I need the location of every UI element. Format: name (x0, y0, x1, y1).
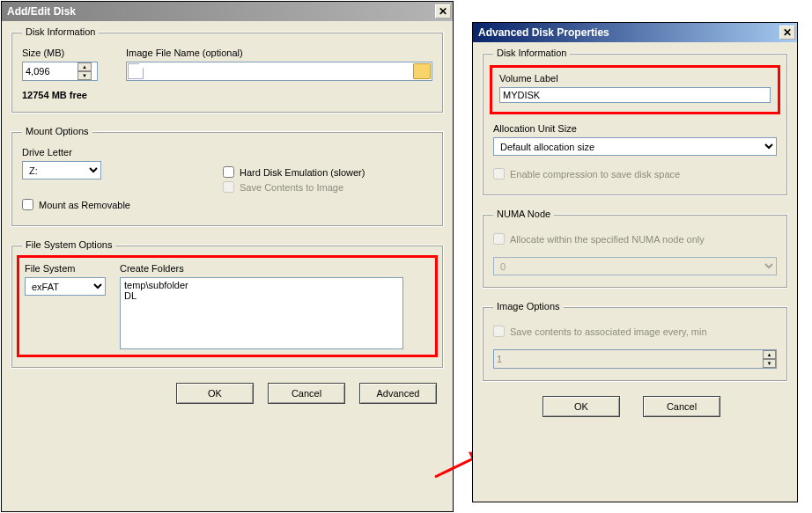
ok-button[interactable]: OK (543, 396, 620, 417)
titlebar: Add/Edit Disk ✕ (2, 2, 453, 21)
disk-information-group: Disk Information Size (MB) ▲ ▼ 12754 MB … (11, 26, 444, 114)
group-legend: Disk Information (22, 26, 99, 37)
group-legend: File System Options (22, 239, 115, 250)
highlight-box: File System exFAT Create Folders temp\su… (17, 255, 438, 357)
add-edit-disk-window: Add/Edit Disk ✕ Disk Information Size (M… (1, 1, 454, 512)
create-folders-label: Create Folders (120, 263, 403, 274)
close-icon[interactable]: ✕ (435, 4, 451, 18)
close-icon[interactable]: ✕ (779, 26, 795, 40)
drive-letter-select[interactable]: Z: (22, 161, 101, 180)
save-interval-input (494, 350, 763, 368)
file-system-label: File System (25, 263, 106, 274)
window-title: Add/Edit Disk (7, 5, 76, 18)
spin-down-icon: ▼ (763, 359, 776, 368)
image-file-input[interactable] (126, 62, 432, 81)
cancel-button[interactable]: Cancel (643, 396, 720, 417)
image-file-label: Image File Name (optional) (126, 48, 432, 58)
size-spinner[interactable]: ▲ ▼ (22, 62, 98, 81)
spin-up-icon: ▲ (763, 350, 776, 359)
drive-letter-label: Drive Letter (22, 147, 207, 158)
numa-node-group: NUMA Node Allocate within the specified … (482, 209, 788, 289)
cancel-button[interactable]: Cancel (268, 383, 345, 404)
mount-removable-checkbox[interactable]: Mount as Removable (22, 199, 207, 210)
allocation-size-select[interactable]: Default allocation size (493, 137, 777, 156)
group-legend: Disk Information (493, 48, 570, 58)
spin-up-icon[interactable]: ▲ (78, 62, 92, 71)
compression-checkbox: Enable compression to save disk space (493, 168, 777, 180)
advanced-button[interactable]: Advanced (359, 383, 437, 404)
file-system-options-group: File System Options File System exFAT Cr… (11, 239, 444, 369)
disk-information-group: Disk Information Volume Label Allocation… (482, 48, 788, 196)
file-system-select[interactable]: exFAT (25, 277, 106, 296)
size-input[interactable] (23, 62, 78, 80)
highlight-box: Volume Label (490, 65, 780, 114)
mount-options-group: Mount Options Drive Letter Z: Mount as R… (11, 126, 444, 227)
size-label: Size (MB) (22, 48, 110, 58)
browse-folder-icon[interactable] (413, 63, 431, 79)
spin-down-icon[interactable]: ▼ (78, 71, 92, 80)
free-space-label: 12754 MB free (22, 90, 110, 100)
group-legend: Image Options (493, 301, 564, 311)
create-folders-textarea[interactable]: temp\subfolder DL (120, 277, 403, 349)
save-interval-checkbox: Save contents to associated image every,… (493, 326, 777, 337)
numa-node-select: 0 (493, 257, 777, 275)
group-legend: Mount Options (22, 126, 92, 136)
volume-label-label: Volume Label (499, 73, 771, 84)
ok-button[interactable]: OK (176, 383, 254, 404)
volume-label-input[interactable] (499, 87, 771, 103)
window-title: Advanced Disk Properties (478, 26, 609, 39)
save-contents-checkbox: Save Contents to Image (223, 181, 432, 193)
allocation-size-label: Allocation Unit Size (493, 123, 777, 134)
file-icon (128, 63, 144, 79)
advanced-disk-properties-window: Advanced Disk Properties ✕ Disk Informat… (472, 22, 798, 502)
image-options-group: Image Options Save contents to associate… (482, 301, 788, 382)
numa-allocate-checkbox: Allocate within the specified NUMA node … (493, 233, 777, 245)
hard-disk-emulation-checkbox[interactable]: Hard Disk Emulation (slower) (223, 166, 432, 178)
save-interval-spinner: ▲ ▼ (493, 349, 777, 369)
titlebar: Advanced Disk Properties ✕ (473, 23, 797, 42)
group-legend: NUMA Node (493, 209, 554, 219)
